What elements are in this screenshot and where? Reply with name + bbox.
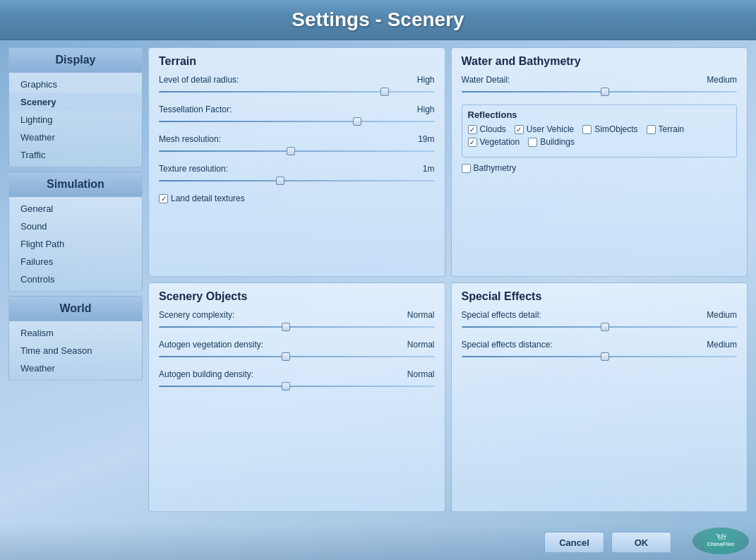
sidebar-item-scenery[interactable]: Scenery [9, 93, 142, 111]
sidebar-item-graphics[interactable]: Graphics [9, 76, 142, 93]
sidebar-item-sound[interactable]: Sound [9, 218, 142, 235]
fx-detail-value: Medium [707, 310, 737, 320]
bottom-bar: Cancel OK [0, 525, 756, 560]
simobjects-label: SimObjects [594, 124, 637, 134]
main-layout: Display Graphics Scenery Lighting Weathe… [0, 40, 756, 519]
checkbox-vegetation[interactable]: ✓ Vegetation [468, 137, 520, 147]
texture-thumb[interactable] [276, 177, 284, 185]
reflections-checkboxes: ✓ Clouds ✓ User Vehicle SimObjects [468, 124, 731, 147]
clouds-checkbox[interactable]: ✓ [468, 125, 477, 134]
tess-track [159, 121, 435, 122]
checkbox-clouds[interactable]: ✓ Clouds [468, 124, 506, 134]
water-detail-label: Water Detail: [462, 75, 702, 85]
user-vehicle-checkbox[interactable]: ✓ [515, 125, 524, 134]
buildings-checkbox[interactable] [528, 138, 537, 147]
vegetation-checkbox[interactable]: ✓ [468, 138, 477, 147]
tess-slider[interactable] [159, 116, 435, 127]
mesh-thumb[interactable] [287, 147, 295, 155]
lod-label: Level of detail radius: [159, 75, 412, 85]
special-effects-title: Special Effects [462, 290, 738, 303]
sidebar-section-display: Display Graphics Scenery Lighting Weathe… [8, 47, 143, 167]
water-detail-thumb[interactable] [601, 88, 609, 96]
fx-detail-slider[interactable] [462, 321, 738, 333]
autogen-veg-track [159, 356, 435, 357]
complexity-slider[interactable] [159, 321, 435, 333]
texture-value: 1m [423, 164, 435, 174]
sidebar-item-failures[interactable]: Failures [9, 253, 142, 270]
sidebar-item-time-season[interactable]: Time and Season [9, 342, 142, 359]
sidebar-item-weather[interactable]: Weather [9, 129, 142, 146]
checkbox-user-vehicle[interactable]: ✓ User Vehicle [515, 124, 574, 134]
checkbox-simobjects[interactable]: SimObjects [582, 124, 637, 134]
sidebar-section-simulation: Simulation General Sound Flight Path Fai… [8, 172, 143, 292]
title-bar: Settings - Scenery [0, 0, 756, 40]
bathymetry-checkbox[interactable] [462, 164, 471, 173]
land-detail-checkbox-item[interactable]: ✓ Land detail textures [159, 193, 435, 203]
autogen-veg-value: Normal [407, 340, 435, 350]
autogen-bld-row: Autogen building density: Normal [159, 369, 435, 379]
water-detail-slider[interactable] [462, 86, 738, 97]
bathymetry-label: Bathymetry [474, 163, 517, 173]
fx-detail-track [462, 326, 738, 328]
content-row-bottom: Scenery Objects Scenery complexity: Norm… [148, 282, 748, 512]
tess-thumb[interactable] [353, 117, 361, 126]
sidebar-item-lighting[interactable]: Lighting [9, 111, 142, 129]
autogen-veg-slider[interactable] [159, 351, 435, 362]
checkbox-buildings[interactable]: Buildings [528, 137, 575, 147]
ok-button[interactable]: OK [611, 532, 671, 553]
water-detail-value: Medium [707, 75, 737, 85]
mesh-slider[interactable] [159, 145, 435, 157]
cancel-button[interactable]: Cancel [544, 532, 604, 553]
sidebar-item-realism[interactable]: Realism [9, 324, 142, 342]
sidebar: Display Graphics Scenery Lighting Weathe… [8, 47, 143, 512]
buildings-label: Buildings [540, 137, 575, 147]
scenery-objects-panel: Scenery Objects Scenery complexity: Norm… [148, 282, 445, 512]
mesh-value: 19m [418, 134, 434, 144]
sidebar-section-world: World Realism Time and Season Weather [8, 296, 143, 381]
mesh-track [159, 150, 435, 152]
vegetation-label: Vegetation [480, 137, 520, 147]
texture-row: Texture resolution: 1m [159, 164, 435, 174]
lod-row: Level of detail radius: High [159, 75, 435, 85]
content-row-top: Terrain Level of detail radius: High Tes… [148, 47, 748, 277]
water-panel: Water and Bathymetry Water Detail: Mediu… [451, 47, 748, 277]
autogen-bld-thumb[interactable] [282, 382, 290, 391]
complexity-thumb[interactable] [282, 323, 290, 331]
land-detail-label: Land detail textures [171, 193, 245, 203]
fx-distance-thumb[interactable] [601, 352, 609, 361]
fx-detail-thumb[interactable] [601, 323, 609, 331]
bathymetry-checkbox-item[interactable]: Bathymetry [462, 163, 738, 173]
sidebar-item-world-weather[interactable]: Weather [9, 359, 142, 377]
sidebar-world-items: Realism Time and Season Weather [9, 321, 142, 380]
water-detail-row: Water Detail: Medium [462, 75, 738, 85]
autogen-bld-track [159, 386, 435, 387]
sidebar-item-flight-path[interactable]: Flight Path [9, 235, 142, 253]
fx-distance-slider[interactable] [462, 351, 738, 362]
page-title: Settings - Scenery [0, 8, 756, 31]
sidebar-item-traffic[interactable]: Traffic [9, 146, 142, 164]
checkbox-terrain[interactable]: Terrain [647, 124, 685, 134]
fx-distance-value: Medium [707, 340, 737, 350]
sidebar-item-general[interactable]: General [9, 200, 142, 218]
sidebar-header-world: World [9, 297, 142, 321]
lod-slider[interactable] [159, 86, 435, 97]
sidebar-header-display: Display [9, 48, 142, 73]
lod-thumb[interactable] [380, 88, 389, 96]
terrain-label: Terrain [659, 124, 685, 134]
fx-detail-label: Special effects detail: [462, 310, 702, 320]
complexity-label: Scenery complexity: [159, 310, 402, 320]
autogen-bld-slider[interactable] [159, 381, 435, 392]
land-detail-checkbox[interactable]: ✓ [159, 194, 168, 203]
sidebar-item-controls[interactable]: Controls [9, 270, 142, 288]
autogen-veg-label: Autogen vegetation density: [159, 340, 402, 350]
terrain-checkbox[interactable] [647, 125, 656, 134]
autogen-veg-thumb[interactable] [282, 352, 290, 361]
texture-slider[interactable] [159, 175, 435, 186]
simobjects-checkbox[interactable] [582, 125, 592, 134]
texture-label: Texture resolution: [159, 164, 417, 174]
autogen-bld-value: Normal [407, 369, 435, 379]
autogen-veg-row: Autogen vegetation density: Normal [159, 340, 435, 350]
mesh-row: Mesh resolution: 19m [159, 134, 435, 144]
fx-detail-row: Special effects detail: Medium [462, 310, 738, 320]
water-title: Water and Bathymetry [462, 55, 738, 68]
